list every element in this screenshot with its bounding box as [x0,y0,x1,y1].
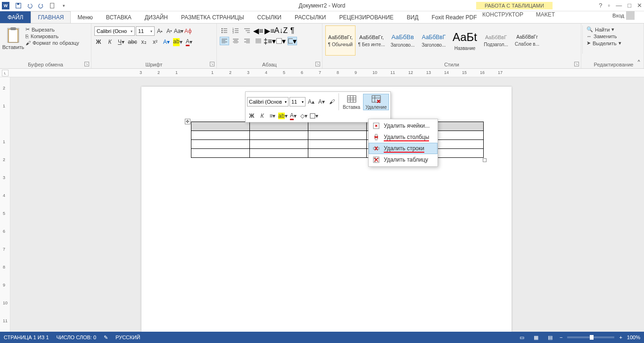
bullets-icon[interactable] [220,26,229,35]
mini-bold-button[interactable]: Ж [247,111,256,121]
sign-in-link[interactable]: Вход [606,11,641,20]
line-spacing-icon[interactable]: ‡≡▾ [265,37,274,45]
tab-references[interactable]: ССЫЛКИ [251,11,288,23]
paragraph-dialog-launcher[interactable]: ↘ [315,62,320,66]
minimize-icon[interactable]: — [616,2,622,9]
increase-indent-icon[interactable]: ▶≡ [265,26,274,35]
borders-icon[interactable]: ▾ [288,37,297,45]
style-item[interactable]: АаБбВвГгСлабое в... [512,25,542,56]
help-icon[interactable]: ? [599,2,602,9]
table-row[interactable] [191,122,484,131]
align-center-icon[interactable] [231,37,240,45]
mini-font-combo[interactable]: Calibri (Основ▾ [247,97,289,106]
multilevel-list-icon[interactable] [242,26,252,35]
status-proofing-icon[interactable]: ✎ [104,335,108,341]
zoom-in-button[interactable]: + [619,335,622,340]
tab-insert[interactable]: ВСТАВКА [99,11,138,23]
status-page[interactable]: СТРАНИЦА 1 ИЗ 1 [4,335,49,340]
style-item[interactable]: АаБбВвЗаголово... [388,25,418,56]
italic-button[interactable]: К [106,38,114,46]
view-web-icon[interactable]: ▤ [545,334,555,341]
maximize-icon[interactable]: □ [627,2,631,9]
mini-format-painter-icon[interactable]: 🖌 [327,97,337,106]
menu-delete-table[interactable]: Удалить таблицу [369,154,438,165]
align-right-icon[interactable] [242,37,252,45]
mini-delete-button[interactable]: Удаление [363,94,389,110]
style-item[interactable]: АаБбВвГг,¶ Обычный [325,25,355,56]
view-print-icon[interactable]: ▦ [531,334,541,341]
view-read-icon[interactable]: ▭ [517,334,527,341]
format-painter-button[interactable]: 🖌Формат по образцу [25,40,79,46]
tab-mailings[interactable]: РАССЫЛКИ [288,11,332,23]
tab-table-design[interactable]: КОНСТРУКТОР [476,11,529,18]
cut-button[interactable]: ✂Вырезать [25,26,79,33]
replace-button[interactable]: ↔Заменить [586,33,641,39]
zoom-thumb[interactable] [590,335,594,340]
style-item[interactable]: АаБбВвГПодзагол... [481,25,511,56]
tab-table-layout[interactable]: МАКЕТ [530,11,561,18]
zoom-level[interactable]: 100% [627,335,640,340]
sort-icon[interactable]: A↓Z [276,26,286,35]
bold-button[interactable]: Ж [94,38,103,46]
underline-button[interactable]: Ч▾ [117,38,125,46]
numbering-icon[interactable]: 123 [231,26,240,35]
mini-grow-font-icon[interactable]: A▴ [306,97,316,106]
style-item[interactable]: АаБбВвГг,¶ Без инте... [356,25,387,56]
vertical-ruler[interactable]: 2112345678910111213 [0,77,10,332]
tab-file[interactable]: ФАЙЛ [0,11,31,23]
tab-design[interactable]: ДИЗАЙН [138,11,174,23]
undo-icon[interactable] [25,1,35,10]
grow-font-icon[interactable]: A▴ [156,27,164,35]
collapse-ribbon-icon[interactable]: ˄ [636,60,642,66]
font-color-icon[interactable]: A▾ [185,38,193,46]
clipboard-dialog-launcher[interactable]: ↘ [84,62,89,66]
change-case-icon[interactable]: Aa▾ [174,27,183,35]
highlight-icon[interactable]: ab▾ [173,38,182,46]
decrease-indent-icon[interactable]: ◀≡ [254,26,263,35]
strikethrough-button[interactable]: abc [128,38,137,46]
close-icon[interactable]: ✕ [637,2,642,9]
select-button[interactable]: ➤Выделить ▾ [586,40,641,46]
mini-size-combo[interactable]: 11▾ [289,97,305,106]
tab-review[interactable]: РЕЦЕНЗИРОВАНИЕ [332,11,400,23]
menu-delete-cells[interactable]: Удалить ячейки... [369,120,438,131]
shading-icon[interactable]: ▾ [276,37,286,45]
table-row[interactable] [191,140,484,149]
table-row[interactable] [191,149,484,158]
style-item[interactable]: АаБбВвГЗаголово... [419,25,449,56]
mini-shrink-font-icon[interactable]: A▾ [317,97,326,106]
ribbon-display-icon[interactable]: ▫ [608,2,611,9]
horizontal-ruler[interactable]: L 3211234567891011121314151617 [0,69,644,77]
text-effects-icon[interactable]: A▾ [162,38,171,46]
mini-insert-button[interactable]: Вставка [341,94,362,110]
mini-borders-icon[interactable]: ▾ [309,111,319,121]
font-dialog-launcher[interactable]: ↘ [210,62,215,66]
justify-icon[interactable] [254,37,263,45]
document-table[interactable] [191,122,484,158]
align-left-icon[interactable] [220,37,229,45]
table-move-handle[interactable] [185,119,190,124]
mini-highlight-icon[interactable]: ab▾ [278,111,288,121]
font-size-combo[interactable]: 11▾ [136,26,155,36]
table-row[interactable] [191,131,484,140]
font-name-combo[interactable]: Calibri (Осно▾ [94,26,135,36]
tab-menu[interactable]: Меню [71,11,99,23]
style-item[interactable]: АаБtНазвание [450,25,480,56]
qat-customize-icon[interactable]: ▾ [58,1,69,10]
status-word-count[interactable]: ЧИСЛО СЛОВ: 0 [57,335,97,340]
copy-button[interactable]: ⎘Копировать [25,33,79,39]
find-button[interactable]: 🔍Найти ▾ [586,26,641,33]
save-icon[interactable] [13,1,24,10]
shrink-font-icon[interactable]: A▾ [165,27,173,35]
superscript-button[interactable]: x² [151,38,159,46]
paste-button[interactable]: Вставить [3,24,24,50]
mini-italic-button[interactable]: К [257,111,267,121]
menu-delete-columns[interactable]: Удалить столбцы [369,131,438,143]
tab-foxit[interactable]: Foxit Reader PDF [425,11,484,23]
mini-shading-icon[interactable]: ◇▾ [299,111,308,121]
tab-view[interactable]: ВИД [400,11,425,23]
subscript-button[interactable]: x₂ [140,38,148,46]
tab-page-layout[interactable]: РАЗМЕТКА СТРАНИЦЫ [174,11,251,23]
zoom-out-button[interactable]: − [560,335,562,340]
clear-formatting-icon[interactable]: Aɸ [184,27,192,35]
